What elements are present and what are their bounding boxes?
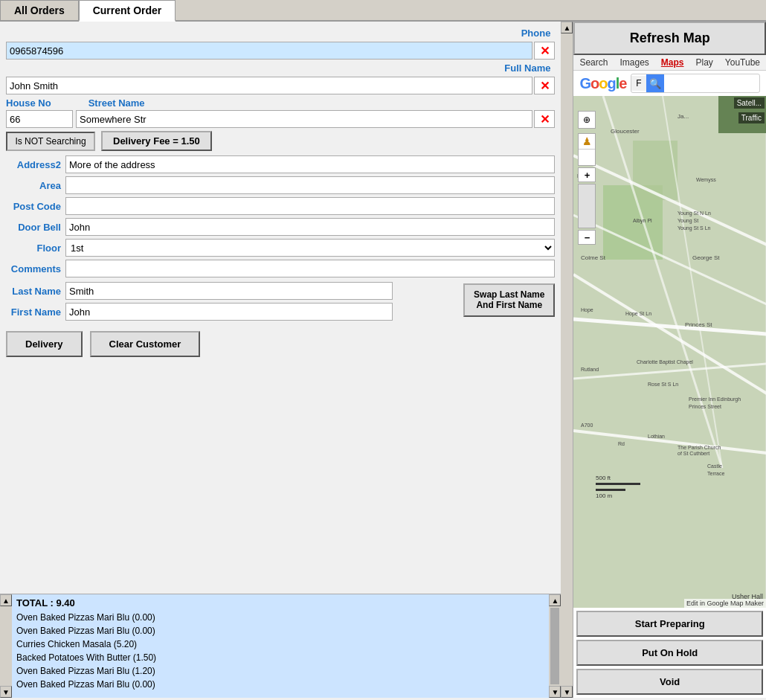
firstname-label: First Name (6, 306, 65, 318)
house-no-input[interactable] (6, 110, 73, 128)
fullname-clear-icon: ✕ (540, 79, 550, 93)
main-scroll-down[interactable]: ▼ (561, 686, 573, 698)
fullname-label: Full Name (6, 62, 555, 74)
map-area[interactable]: Gloucester Ja... Pl Wemyss Colme St Alby… (573, 96, 766, 608)
list-item[interactable]: Oven Baked Pizzas Mari Blu (0.00) (16, 611, 544, 624)
svg-text:The Parish Church: The Parish Church (678, 445, 721, 450)
tab-current-order[interactable]: Current Order (79, 0, 176, 22)
order-list: TOTAL : 9.40 Oven Baked Pizzas Mari Blu … (12, 594, 549, 698)
search-f-button[interactable]: F (631, 76, 646, 91)
svg-text:Hope: Hope (581, 307, 593, 313)
list-item[interactable]: Curries Chicken Masala (5.20) (16, 638, 544, 651)
phone-clear-icon: ✕ (540, 44, 550, 58)
svg-text:Terrace: Terrace (707, 471, 724, 476)
list-item[interactable]: Oven Baked Pizzas Mari Blu (0.00) (16, 624, 544, 638)
map-tab-play[interactable]: Play (690, 55, 719, 70)
zoom-slider[interactable] (578, 184, 596, 228)
svg-text:of St Cuthbert: of St Cuthbert (678, 451, 709, 456)
svg-text:Rose St S Ln: Rose St S Ln (648, 382, 678, 387)
map-tab-search[interactable]: Search (573, 55, 614, 70)
start-preparing-button[interactable]: Start Preparing (576, 611, 763, 637)
map-search-button[interactable]: 🔍 (646, 74, 664, 92)
scroll-down-arrow[interactable]: ▼ (0, 686, 12, 698)
phone-clear-button[interactable]: ✕ (534, 42, 555, 60)
plus-icon: + (585, 170, 590, 181)
comments-label: Comments (6, 263, 65, 274)
svg-text:Hope St Ln: Hope St Ln (625, 311, 651, 317)
usher-hall-label: Usher Hall (732, 593, 763, 600)
area-input[interactable] (65, 176, 555, 194)
svg-text:A700: A700 (581, 423, 593, 428)
fullname-clear-button[interactable]: ✕ (534, 77, 555, 94)
street-input[interactable] (76, 110, 532, 128)
floor-select[interactable]: 1st 2nd 3rd Ground (65, 239, 555, 257)
traffic-button[interactable]: Traffic (738, 112, 765, 123)
delivery-button[interactable]: Delivery (6, 331, 83, 357)
map-tab-maps[interactable]: Maps (655, 55, 690, 70)
lastname-label: Last Name (6, 286, 65, 297)
postcode-input[interactable] (65, 197, 555, 215)
map-controls: ⊕ ♟ + − (578, 111, 596, 245)
svg-text:Young St N Ln: Young St N Ln (678, 211, 711, 216)
swap-names-button[interactable]: Swap Last Name And First Name (463, 283, 555, 317)
svg-text:Albyn Pl: Albyn Pl (633, 218, 652, 224)
svg-text:500 ft: 500 ft (596, 475, 611, 481)
delivery-fee-button[interactable]: Delivery Fee = 1.50 (101, 131, 212, 151)
svg-text:Princes St: Princes St (685, 321, 712, 328)
zoom-out-button[interactable]: − (578, 230, 596, 245)
street-clear-icon: ✕ (540, 112, 550, 126)
main-scroll-up[interactable]: ▲ (561, 22, 573, 33)
street-clear-button[interactable]: ✕ (534, 110, 555, 128)
zoom-in-button[interactable]: + (578, 167, 596, 182)
svg-text:Rd: Rd (618, 441, 625, 446)
refresh-map-button[interactable]: Refresh Map (573, 22, 766, 55)
svg-text:Princes Street: Princes Street (689, 404, 721, 409)
map-move-control[interactable]: ⊕ (578, 111, 596, 129)
void-button[interactable]: Void (576, 669, 763, 695)
zoom-control[interactable]: ♟ (578, 133, 596, 166)
svg-text:Charlotte Baptist Chapel: Charlotte Baptist Chapel (637, 359, 693, 365)
svg-text:Castle: Castle (707, 463, 722, 469)
map-tab-youtube[interactable]: YouTube (719, 55, 766, 70)
lastname-input[interactable] (65, 282, 393, 300)
google-logo: Google (579, 75, 626, 92)
map-tab-images[interactable]: Images (614, 55, 654, 70)
svg-text:⊕: ⊕ (583, 115, 590, 125)
list-item[interactable]: Oven Baked Pizzas Mari Blu (0.00) (16, 678, 544, 691)
list-scroll-down[interactable]: ▼ (549, 686, 561, 698)
phone-input[interactable] (6, 42, 532, 60)
map-browser-tabs: Search Images Maps Play YouTube (573, 55, 766, 71)
satellite-button[interactable]: Satell... (734, 97, 765, 109)
list-item[interactable]: Backed Potatoes With Butter (1.50) (16, 651, 544, 664)
svg-text:Lothian: Lothian (648, 434, 665, 439)
svg-text:Young St S Ln: Young St S Ln (678, 225, 711, 231)
right-action-buttons: Start Preparing Put On Hold Void (573, 608, 766, 698)
list-scroll-up[interactable]: ▲ (549, 594, 561, 606)
svg-rect-40 (596, 489, 625, 491)
list-item[interactable]: Oven Baked Pizzas Mari Blu (1.20) (16, 664, 544, 678)
svg-text:George St: George St (692, 254, 720, 261)
postcode-label: Post Code (6, 201, 65, 212)
minus-icon: − (585, 232, 590, 243)
pan-icon: ⊕ (581, 114, 593, 126)
svg-rect-38 (596, 483, 640, 485)
doorbell-input[interactable] (65, 218, 555, 236)
fullname-input[interactable] (6, 77, 532, 94)
clear-customer-button[interactable]: Clear Customer (90, 331, 201, 357)
address2-label: Address2 (6, 159, 65, 170)
svg-text:Rutland: Rutland (581, 367, 599, 372)
tab-all-orders[interactable]: All Orders (0, 0, 79, 20)
put-on-hold-button[interactable]: Put On Hold (576, 640, 763, 666)
address2-input[interactable] (65, 155, 555, 173)
search-icon: 🔍 (649, 78, 661, 89)
svg-text:Gloucester: Gloucester (611, 128, 640, 135)
firstname-input[interactable] (65, 303, 393, 321)
not-searching-button[interactable]: Is NOT Searching (6, 132, 95, 151)
doorbell-label: Door Bell (6, 222, 65, 233)
floor-label: Floor (6, 243, 65, 254)
scroll-up-arrow[interactable]: ▲ (0, 594, 12, 606)
comments-input[interactable] (65, 260, 555, 277)
svg-text:Colme St: Colme St (581, 254, 606, 261)
map-search-bar[interactable]: F 🔍 (631, 74, 760, 93)
google-search-area: Google F 🔍 (573, 71, 766, 96)
